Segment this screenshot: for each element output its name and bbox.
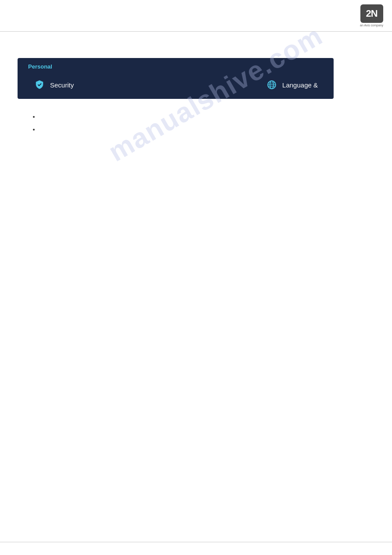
main-content: Personal Security xyxy=(0,32,392,155)
nav-item-security[interactable]: Security xyxy=(26,76,114,94)
nav-section-label: Personal xyxy=(26,63,325,70)
logo-icon: 2N xyxy=(360,4,383,23)
bullet-list xyxy=(18,112,374,134)
list-item xyxy=(40,112,374,121)
list-item xyxy=(40,125,374,134)
nav-items: Security Language & xyxy=(26,76,325,94)
nav-bar: Personal Security xyxy=(18,58,334,99)
nav-item-security-label: Security xyxy=(50,81,74,89)
globe-icon xyxy=(266,79,278,91)
shield-icon xyxy=(33,79,46,91)
header: 2N an Axis company xyxy=(0,0,392,32)
logo-container: 2N an Axis company xyxy=(360,4,383,27)
logo-subtitle: an Axis company xyxy=(360,24,383,27)
footer xyxy=(0,542,392,555)
nav-item-language-label: Language & xyxy=(282,81,318,89)
nav-item-language[interactable]: Language & xyxy=(259,76,325,94)
